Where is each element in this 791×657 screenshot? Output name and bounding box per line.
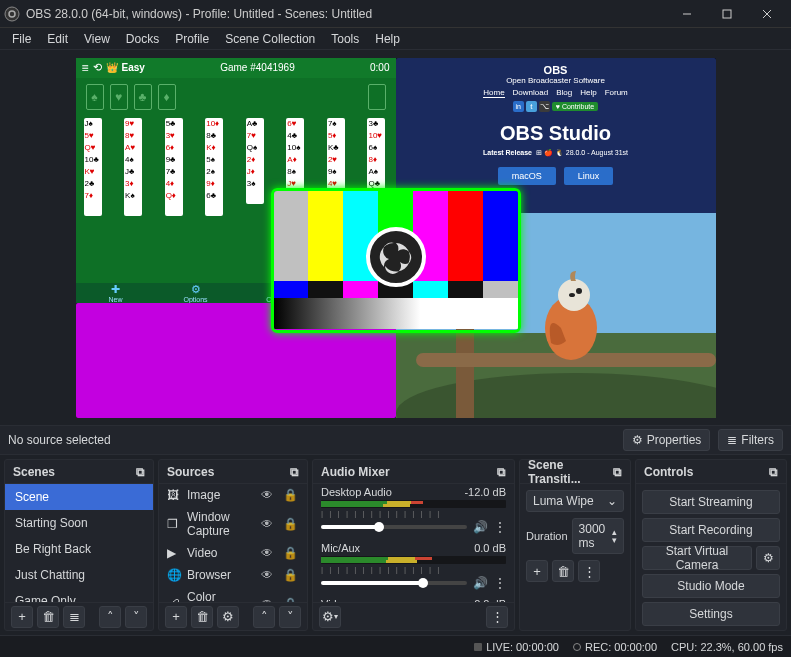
controls-dock: Controls⧉ Start Streaming Start Recordin… <box>635 459 787 631</box>
duration-input[interactable]: 3000 ms▴▾ <box>572 518 624 554</box>
docks-row: Scenes⧉ Scene Starting Soon Be Right Bac… <box>0 455 791 635</box>
titlebar: OBS 28.0.0 (64-bit, windows) - Profile: … <box>0 0 791 28</box>
menu-tools[interactable]: Tools <box>323 30 367 48</box>
source-item[interactable]: ❐Window Capture👁🔒 <box>159 506 307 542</box>
source-item[interactable]: 🌐Browser👁🔒 <box>159 564 307 586</box>
menu-view[interactable]: View <box>76 30 118 48</box>
window-title: OBS 28.0.0 (64-bit, windows) - Profile: … <box>26 7 667 21</box>
close-button[interactable] <box>747 0 787 28</box>
lock-toggle[interactable]: 🔒 <box>283 597 299 602</box>
menu-docks[interactable]: Docks <box>118 30 167 48</box>
svg-point-0 <box>5 7 19 21</box>
settings-button[interactable]: Settings <box>642 602 780 626</box>
visibility-toggle[interactable]: 👁 <box>261 568 277 582</box>
menu-scene-collection[interactable]: Scene Collection <box>217 30 323 48</box>
rec-status: REC: 00:00:00 <box>573 641 657 653</box>
minimize-button[interactable] <box>667 0 707 28</box>
sources-title: Sources <box>167 465 214 479</box>
add-scene-button[interactable]: + <box>11 606 33 628</box>
start-streaming-button[interactable]: Start Streaming <box>642 490 780 514</box>
scene-item[interactable]: Just Chatting <box>5 562 153 588</box>
visibility-toggle[interactable]: 👁 <box>261 488 277 502</box>
preview-area[interactable]: ≡⟲ 👑Easy Game #4041969 0:00 ♠ ♥ ♣ ♦ J♠5♥… <box>0 50 791 425</box>
kebab-icon[interactable]: ⋮ <box>494 520 506 534</box>
menu-edit[interactable]: Edit <box>39 30 76 48</box>
svg-point-14 <box>569 293 575 297</box>
scenes-list: Scene Starting Soon Be Right Back Just C… <box>5 484 153 602</box>
visibility-toggle[interactable]: 👁 <box>261 597 277 602</box>
gear-icon: ⚙ <box>763 551 774 565</box>
sources-list: 🖼Image👁🔒 ❐Window Capture👁🔒 ▶Video👁🔒 🌐Bro… <box>159 484 307 602</box>
speaker-icon[interactable]: 🔊 <box>473 576 488 590</box>
filters-button[interactable]: ≣Filters <box>718 429 783 451</box>
source-item[interactable]: ▶Video👁🔒 <box>159 542 307 564</box>
remove-source-button[interactable]: 🗑 <box>191 606 213 628</box>
source-item[interactable]: 🖼Image👁🔒 <box>159 484 307 506</box>
kebab-icon[interactable]: ⋮ <box>486 606 508 628</box>
scene-item[interactable]: Be Right Back <box>5 536 153 562</box>
svg-rect-3 <box>723 10 731 18</box>
transitions-dock: Scene Transiti...⧉ Luma Wipe⌄ Duration 3… <box>519 459 631 631</box>
lock-toggle[interactable]: 🔒 <box>283 546 299 560</box>
maximize-button[interactable] <box>707 0 747 28</box>
visibility-toggle[interactable]: 👁 <box>261 546 277 560</box>
menubar: File Edit View Docks Profile Scene Colle… <box>0 28 791 50</box>
transition-select[interactable]: Luma Wipe⌄ <box>526 490 624 512</box>
scene-item[interactable]: Starting Soon <box>5 510 153 536</box>
preview-canvas: ≡⟲ 👑Easy Game #4041969 0:00 ♠ ♥ ♣ ♦ J♠5♥… <box>76 58 716 418</box>
speaker-icon[interactable]: 🔊 <box>473 520 488 534</box>
studio-mode-button[interactable]: Studio Mode <box>642 574 780 598</box>
audio-meter <box>321 500 506 508</box>
scenes-dock: Scenes⧉ Scene Starting Soon Be Right Bac… <box>4 459 154 631</box>
remove-scene-button[interactable]: 🗑 <box>37 606 59 628</box>
window-icon: ❐ <box>167 517 181 531</box>
popout-icon[interactable]: ⧉ <box>136 465 145 479</box>
popout-icon[interactable]: ⧉ <box>290 465 299 479</box>
lock-toggle[interactable]: 🔒 <box>283 517 299 531</box>
popout-icon[interactable]: ⧉ <box>613 465 622 479</box>
preview-source-image <box>271 188 521 333</box>
globe-icon: 🌐 <box>167 568 181 582</box>
source-properties-button[interactable]: ⚙ <box>217 606 239 628</box>
virtual-camera-settings-button[interactable]: ⚙ <box>756 546 780 570</box>
cpu-status: CPU: 22.3%, 60.00 fps <box>671 641 783 653</box>
scene-filters-button[interactable]: ≣ <box>63 606 85 628</box>
scene-move-down-button[interactable]: ˅ <box>125 606 147 628</box>
duration-label: Duration <box>526 530 568 542</box>
transition-properties-button[interactable]: ⋮ <box>578 560 600 582</box>
menu-file[interactable]: File <box>4 30 39 48</box>
add-source-button[interactable]: + <box>165 606 187 628</box>
volume-slider[interactable] <box>321 525 467 529</box>
start-recording-button[interactable]: Start Recording <box>642 518 780 542</box>
obs-app-icon <box>4 6 20 22</box>
scene-item[interactable]: Game Only <box>5 588 153 602</box>
no-source-selected-label: No source selected <box>8 433 111 447</box>
scenes-title: Scenes <box>13 465 55 479</box>
source-item[interactable]: 🖌Color Source👁🔒 <box>159 586 307 602</box>
source-move-down-button[interactable]: ˅ <box>279 606 301 628</box>
kebab-icon[interactable]: ⋮ <box>494 576 506 590</box>
source-move-up-button[interactable]: ˄ <box>253 606 275 628</box>
svg-point-13 <box>576 288 582 294</box>
mixer-settings-button[interactable]: ⚙▾ <box>319 606 341 628</box>
audio-meter <box>321 556 506 564</box>
popout-icon[interactable]: ⧉ <box>769 465 778 479</box>
start-virtual-camera-button[interactable]: Start Virtual Camera <box>642 546 752 570</box>
volume-slider[interactable] <box>321 581 467 585</box>
add-transition-button[interactable]: + <box>526 560 548 582</box>
scene-item[interactable]: Scene <box>5 484 153 510</box>
properties-button[interactable]: ⚙Properties <box>623 429 711 451</box>
remove-transition-button[interactable]: 🗑 <box>552 560 574 582</box>
transitions-title: Scene Transiti... <box>528 459 613 486</box>
scene-move-up-button[interactable]: ˄ <box>99 606 121 628</box>
menu-profile[interactable]: Profile <box>167 30 217 48</box>
menu-help[interactable]: Help <box>367 30 408 48</box>
image-icon: 🖼 <box>167 488 181 502</box>
mixer-title: Audio Mixer <box>321 465 390 479</box>
popout-icon[interactable]: ⧉ <box>497 465 506 479</box>
lock-toggle[interactable]: 🔒 <box>283 488 299 502</box>
status-bar: LIVE: 00:00:00 REC: 00:00:00 CPU: 22.3%,… <box>0 635 791 657</box>
lock-toggle[interactable]: 🔒 <box>283 568 299 582</box>
audio-mixer-dock: Audio Mixer⧉ Desktop Audio-12.0 dB | | |… <box>312 459 515 631</box>
visibility-toggle[interactable]: 👁 <box>261 517 277 531</box>
